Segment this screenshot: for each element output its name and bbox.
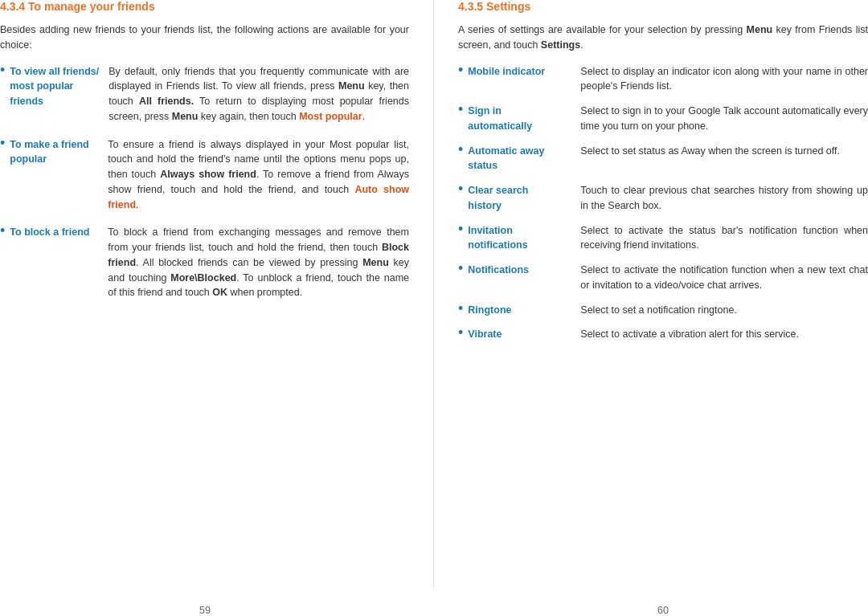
page-wrapper: 4.3.4 To manage your friends Besides add… — [0, 0, 868, 616]
keyword: Menu — [172, 111, 199, 122]
page-number-right: 60 — [434, 605, 868, 616]
page-number-left: 59 — [0, 605, 434, 616]
bullet-term: To view all friends/most popularfriends — [10, 64, 99, 124]
list-item: • Ringtone Select to set a notification … — [458, 303, 868, 318]
setting-desc: Select to set a notification ringtone. — [580, 303, 868, 318]
setting-term: Ringtone — [468, 303, 580, 318]
setting-term: Sign inautomatically — [468, 104, 580, 134]
setting-desc: Select to activate the status bar's noti… — [580, 223, 868, 254]
list-item: • Sign inautomatically Select to sign in… — [458, 104, 868, 134]
keyword-orange: Most popular — [299, 111, 362, 122]
list-item: • To view all friends/most popularfriend… — [0, 64, 409, 124]
list-item: • To block a friend To block a friend fr… — [0, 225, 409, 300]
bullet-description: To block a friend from exchanging messag… — [108, 225, 409, 300]
keyword: Menu — [362, 257, 389, 268]
bullet-dot: • — [458, 222, 463, 236]
bullet-dot: • — [458, 182, 463, 196]
list-item: • Notifications Select to activate the n… — [458, 263, 868, 293]
bullet-content: To view all friends/most popularfriends … — [10, 64, 409, 124]
setting-term: Mobile indicator — [468, 64, 580, 80]
bullet-dot: • — [458, 325, 463, 340]
keyword: More\Blocked — [170, 272, 236, 284]
bullet-dot: • — [458, 261, 463, 275]
setting-term: Notifications — [468, 263, 580, 278]
bullet-description: To ensure a friend is always displayed i… — [108, 137, 409, 213]
setting-desc: Select to display an indicator icon alon… — [580, 64, 868, 95]
setting-desc: Select to set status as Away when the sc… — [580, 144, 868, 159]
list-item: • Invitationnotifications Select to acti… — [458, 223, 868, 254]
pages-content: 4.3.4 To manage your friends Besides add… — [0, 0, 868, 589]
left-intro: Besides adding new friends to your frien… — [0, 22, 409, 53]
setting-term: Clear searchhistory — [468, 183, 580, 214]
right-page: 4.3.5 Settings A series of settings are … — [434, 0, 868, 589]
bullet-content: To make a friendpopular To ensure a frie… — [10, 137, 409, 213]
keyword: Menu — [747, 24, 773, 35]
setting-term: Vibrate — [468, 327, 580, 342]
right-intro: A series of settings are available for y… — [458, 22, 868, 53]
left-heading: 4.3.4 To manage your friends — [0, 0, 409, 13]
keyword: Always show friend — [160, 169, 256, 180]
left-page: 4.3.4 To manage your friends Besides add… — [0, 0, 434, 589]
right-heading: 4.3.5 Settings — [458, 0, 868, 13]
bullet-term: To make a friendpopular — [10, 137, 98, 213]
left-bullet-list: • To view all friends/most popularfriend… — [0, 64, 409, 301]
setting-term: Invitationnotifications — [468, 223, 580, 254]
bullet-dot: • — [0, 63, 5, 77]
list-item: • Automatic awaystatus Select to set sta… — [458, 144, 868, 174]
setting-desc: Select to activate a vibration alert for… — [580, 327, 868, 342]
bullet-dot: • — [458, 301, 463, 316]
setting-desc: Select to sign in to your Google Talk ac… — [580, 104, 868, 134]
keyword: OK — [212, 287, 227, 298]
bullet-dot: • — [0, 223, 5, 238]
keyword-orange: Auto show friend — [108, 184, 409, 210]
bullet-dot: • — [458, 63, 463, 77]
bullet-content: To block a friend To block a friend from… — [10, 225, 409, 300]
setting-term: Automatic awaystatus — [468, 144, 580, 174]
bullet-dot: • — [458, 102, 463, 116]
bullet-description: By default, only friends that you freque… — [108, 64, 409, 124]
bullet-dot: • — [0, 136, 5, 150]
keyword: All friends. — [139, 96, 194, 107]
setting-desc: Touch to clear previous chat searches hi… — [580, 183, 868, 214]
setting-desc: Select to activate the notification func… — [580, 263, 868, 293]
bullet-term: To block a friend — [10, 225, 98, 300]
keyword: Menu — [338, 80, 365, 92]
list-item: • To make a friendpopular To ensure a fr… — [0, 137, 409, 213]
page-numbers-row: 59 60 — [0, 589, 868, 616]
right-table: • Mobile indicator Select to display an … — [458, 64, 868, 343]
list-item: • Vibrate Select to activate a vibration… — [458, 327, 868, 342]
bullet-dot: • — [458, 142, 463, 157]
list-item: • Mobile indicator Select to display an … — [458, 64, 868, 95]
keyword: Settings — [541, 39, 580, 51]
list-item: • Clear searchhistory Touch to clear pre… — [458, 183, 868, 214]
